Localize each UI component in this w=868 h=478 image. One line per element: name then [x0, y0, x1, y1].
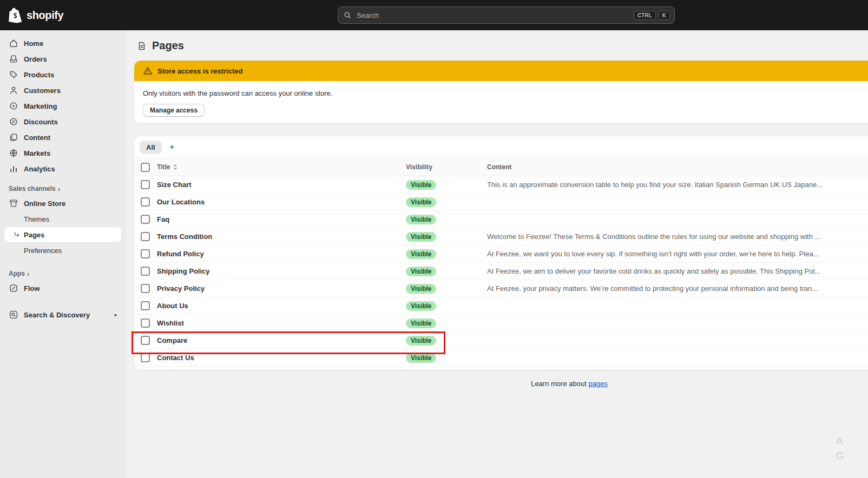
- chevron-right-icon: ›: [27, 270, 29, 277]
- apps-header[interactable]: Apps ›: [4, 267, 121, 281]
- row-checkbox[interactable]: [141, 197, 150, 207]
- banner-title: Store access is restricted: [157, 67, 243, 75]
- page-link[interactable]: Refund Policy: [157, 250, 204, 258]
- visibility-badge: Visible: [406, 336, 436, 346]
- page-link[interactable]: Terms Condition: [157, 233, 212, 241]
- page-link[interactable]: Contact Us: [157, 354, 194, 362]
- row-checkbox[interactable]: [141, 318, 150, 328]
- page-link[interactable]: Privacy Policy: [157, 284, 205, 293]
- sidebar-item-preferences[interactable]: Preferences: [4, 243, 121, 258]
- table-row-compare[interactable]: Compare Visible: [134, 332, 868, 349]
- table-row[interactable]: Refund Policy Visible At Feezee, we want…: [134, 245, 868, 263]
- sidebar-item-markets[interactable]: Markets: [4, 145, 121, 161]
- content-preview: At Feezee, we want you to love every sip…: [487, 250, 868, 258]
- products-icon: [9, 70, 18, 79]
- search-icon: [343, 10, 352, 20]
- row-checkbox[interactable]: [141, 353, 150, 362]
- page-link[interactable]: Size Chart: [157, 181, 192, 189]
- table-row[interactable]: Contact Us Visible: [134, 349, 868, 367]
- sidebar-item-home[interactable]: Home: [4, 36, 121, 51]
- row-checkbox[interactable]: [141, 267, 150, 276]
- table-row[interactable]: Our Locations Visible: [134, 194, 868, 211]
- sidebar-item-analytics[interactable]: Analytics: [4, 161, 121, 176]
- topbar: shopify Search CTRL K: [0, 0, 868, 30]
- global-search-input[interactable]: Search CTRL K: [338, 6, 675, 24]
- table-row[interactable]: Privacy Policy Visible At Feezee, your p…: [134, 280, 868, 297]
- sidebar-item-label: Orders: [24, 55, 47, 63]
- table-header-row: Title Visibility Content: [134, 158, 868, 176]
- content-preview: Welcome to Feezee! These Terms & Conditi…: [487, 233, 868, 241]
- sidebar-item-marketing[interactable]: Marketing: [4, 98, 121, 114]
- stray-edge-marks: A G: [836, 434, 844, 463]
- select-all-checkbox[interactable]: [141, 163, 150, 172]
- sales-channels-header[interactable]: Sales channels ›: [4, 182, 121, 196]
- column-header-content[interactable]: Content: [487, 163, 511, 171]
- content-preview: At Feezee, your privacy matters. We’re c…: [487, 284, 868, 293]
- row-checkbox[interactable]: [141, 301, 150, 310]
- content-preview: At Feezee, we aim to deliver your favori…: [487, 267, 868, 275]
- content-icon: [9, 132, 18, 142]
- logo-wordmark: shopify: [27, 9, 63, 22]
- page-link[interactable]: Our Locations: [157, 198, 205, 206]
- shopify-bag-icon: [9, 8, 23, 23]
- sidebar-item-label: Search & Discovery: [24, 311, 90, 319]
- visibility-badge: Visible: [406, 249, 436, 259]
- table-row[interactable]: About Us Visible: [134, 297, 868, 315]
- sidebar-item-online-store[interactable]: Online Store: [4, 196, 121, 211]
- table-row[interactable]: Wishlist Visible: [134, 315, 868, 332]
- page-link[interactable]: Shipping Policy: [157, 267, 210, 275]
- add-view-button[interactable]: +: [165, 140, 179, 154]
- discounts-icon: [9, 117, 18, 127]
- table-row[interactable]: Faq Visible: [134, 211, 868, 228]
- visibility-badge: Visible: [406, 353, 436, 363]
- column-header-visibility[interactable]: Visibility: [406, 163, 432, 171]
- sidebar-item-search-discovery[interactable]: Search & Discovery •: [4, 307, 121, 322]
- page-link[interactable]: About Us: [157, 302, 188, 310]
- sidebar-item-label: Products: [24, 71, 54, 79]
- sidebar-item-flow[interactable]: Flow: [4, 281, 121, 296]
- sidebar-item-content[interactable]: Content: [4, 130, 121, 145]
- table-row[interactable]: Shipping Policy Visible At Feezee, we ai…: [134, 263, 868, 280]
- tab-all[interactable]: All: [140, 141, 162, 154]
- sidebar-item-products[interactable]: Products: [4, 67, 121, 82]
- pages-help-link[interactable]: pages: [588, 380, 607, 388]
- visibility-badge: Visible: [406, 197, 436, 207]
- search-placeholder: Search: [357, 11, 631, 19]
- shopify-logo[interactable]: shopify: [9, 0, 63, 30]
- chevron-right-icon: ›: [58, 185, 60, 192]
- pages-icon: [136, 41, 147, 51]
- view-tabs: All +: [134, 140, 868, 158]
- sidebar-nav: Home Orders Products Customers Marketing…: [0, 30, 126, 478]
- sidebar-item-pages[interactable]: Pages: [4, 227, 121, 242]
- sidebar-item-discounts[interactable]: Discounts: [4, 114, 121, 129]
- sidebar-item-themes[interactable]: Themes: [4, 211, 121, 227]
- row-checkbox[interactable]: [141, 180, 150, 189]
- sidebar-item-label: Online Store: [24, 200, 65, 208]
- sidebar-item-label: Analytics: [24, 165, 55, 173]
- sort-icon[interactable]: [172, 163, 179, 171]
- sidebar-subitem-label: Pages: [24, 231, 44, 239]
- column-header-title[interactable]: Title: [157, 163, 170, 171]
- warning-banner: Store access is restricted: [134, 61, 868, 81]
- row-checkbox[interactable]: [141, 336, 150, 345]
- row-checkbox[interactable]: [141, 249, 150, 258]
- row-checkbox[interactable]: [141, 232, 150, 241]
- banner-description: Only visitors with the password can acce…: [143, 89, 868, 98]
- row-checkbox[interactable]: [141, 215, 150, 224]
- orders-icon: [9, 54, 18, 64]
- row-checkbox[interactable]: [141, 284, 150, 293]
- footer-prefix: Learn more about: [531, 380, 587, 388]
- shortcut-k-badge: K: [659, 11, 670, 20]
- flow-app-icon: [9, 283, 18, 293]
- table-row[interactable]: Terms Condition Visible Welcome to Feeze…: [134, 228, 868, 245]
- visibility-badge: Visible: [406, 301, 436, 311]
- table-row[interactable]: Size Chart Visible This is an approximat…: [134, 176, 868, 194]
- page-link[interactable]: Faq: [157, 215, 169, 223]
- page-link[interactable]: Wishlist: [157, 319, 184, 327]
- markets-icon: [9, 148, 18, 158]
- sidebar-item-customers[interactable]: Customers: [4, 83, 121, 98]
- pages-table-card: All + Title Visibility Content Size Char…: [134, 136, 868, 370]
- sidebar-item-orders[interactable]: Orders: [4, 51, 121, 67]
- page-link[interactable]: Compare: [157, 336, 187, 344]
- manage-access-button[interactable]: Manage access: [143, 104, 205, 117]
